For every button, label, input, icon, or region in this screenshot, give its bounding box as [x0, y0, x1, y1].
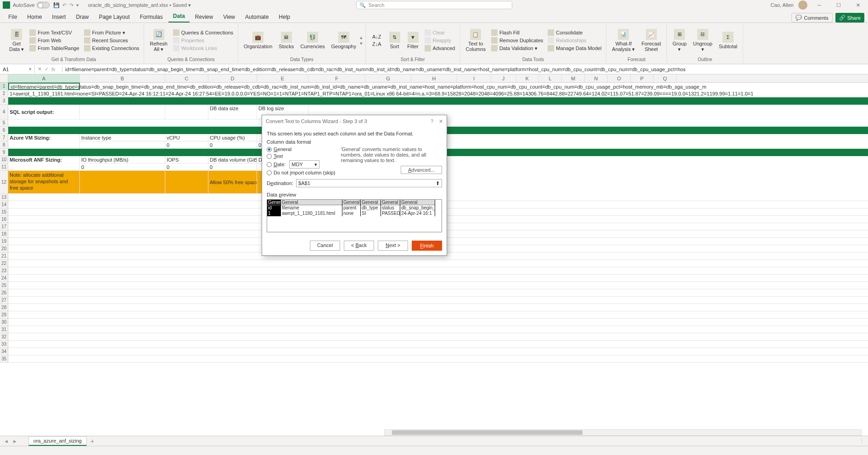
cell-c8[interactable]: 0: [165, 141, 208, 149]
avatar[interactable]: [798, 0, 807, 10]
row-header-31[interactable]: 31: [0, 326, 8, 333]
cell-a1[interactable]: id=filename=parent=db_type=status=db_sna…: [8, 83, 80, 90]
advanced-filter-button[interactable]: Advanced: [423, 45, 457, 52]
fx-icon[interactable]: fx: [51, 67, 56, 72]
radio-general[interactable]: General: [267, 146, 336, 152]
column-header-k[interactable]: K: [516, 74, 539, 82]
back-button[interactable]: < Back: [344, 241, 374, 251]
stocks-button[interactable]: 🏛Stocks: [276, 25, 297, 56]
row-header-26[interactable]: 26: [0, 289, 8, 297]
row-header-17[interactable]: 17: [0, 223, 8, 230]
formula-input[interactable]: id=filename=parent=db_type=status=db_sna…: [62, 66, 868, 73]
from-picture-button[interactable]: From Picture ▾: [82, 29, 141, 36]
row-header-30[interactable]: 30: [0, 319, 8, 326]
close-button[interactable]: ✕: [851, 0, 865, 10]
subtotal-button[interactable]: ΣSubtotal: [716, 25, 740, 56]
tab-automate[interactable]: Automate: [241, 11, 273, 22]
autosave-toggle[interactable]: AutoSave: [13, 2, 50, 8]
column-header-f[interactable]: F: [308, 74, 365, 82]
row-header-14[interactable]: 14: [0, 201, 8, 208]
row-header-33[interactable]: 33: [0, 341, 8, 348]
cell-d8[interactable]: 0: [208, 141, 257, 149]
what-if-button[interactable]: 📊What-If Analysis ▾: [609, 25, 638, 56]
row-header-5[interactable]: 5: [0, 119, 8, 127]
column-header-d[interactable]: D: [208, 74, 257, 82]
row-header-13[interactable]: 13: [0, 194, 8, 201]
datatype-prev-icon[interactable]: ▴: [360, 34, 363, 40]
maximize-button[interactable]: ☐: [831, 0, 846, 10]
sheet-nav-prev-icon[interactable]: ◄: [4, 438, 9, 444]
row-header-35[interactable]: 35: [0, 355, 8, 363]
cell-b10[interactable]: IO throughput (MB/s): [80, 156, 165, 163]
radio-skip[interactable]: Do not import column (skip): [267, 170, 336, 175]
row-header-7[interactable]: 7: [0, 134, 8, 141]
tab-formulas[interactable]: Formulas: [135, 11, 168, 22]
column-header-e[interactable]: E: [257, 74, 308, 82]
row-header-1[interactable]: 1: [0, 83, 8, 90]
filter-button[interactable]: ▼Filter: [404, 25, 422, 56]
tab-insert[interactable]: Insert: [47, 11, 70, 22]
cell-a2[interactable]: 1=awrrpt_1_1180_1181.html=none=SI=PASSED…: [8, 90, 80, 97]
cell-a7[interactable]: Azure VM Sizing:: [8, 134, 80, 141]
column-header-g[interactable]: G: [365, 74, 411, 82]
row-header-3[interactable]: 3: [0, 97, 8, 105]
from-web-button[interactable]: From Web: [28, 37, 81, 44]
row-header-28[interactable]: 28: [0, 304, 8, 311]
consolidate-button[interactable]: Consolidate: [546, 29, 603, 36]
sheet-nav-next-icon[interactable]: ►: [12, 438, 17, 444]
row-header-4[interactable]: 4: [0, 105, 8, 119]
row-header-34[interactable]: 34: [0, 348, 8, 355]
cell-a10[interactable]: Microsoft ANF Sizing:: [8, 156, 80, 163]
get-data-button[interactable]: 🗄Get Data ▾: [6, 25, 27, 56]
manage-data-model-button[interactable]: Manage Data Model: [546, 45, 603, 52]
currencies-button[interactable]: 💱Currencies: [297, 25, 327, 56]
destination-input[interactable]: $A$1⬆: [296, 179, 442, 187]
name-box[interactable]: A1▾: [0, 65, 35, 73]
tab-file[interactable]: File: [4, 11, 22, 22]
dialog-close-icon[interactable]: ✕: [439, 118, 443, 124]
row-header-32[interactable]: 32: [0, 333, 8, 341]
sheet-options-icon[interactable]: ⋮: [859, 438, 864, 444]
column-header-l[interactable]: L: [539, 74, 562, 82]
row-header-23[interactable]: 23: [0, 267, 8, 275]
column-header-b[interactable]: B: [80, 74, 165, 82]
namebox-dropdown-icon[interactable]: ▾: [29, 66, 32, 72]
row-header-16[interactable]: 16: [0, 216, 8, 223]
cell-a12[interactable]: Note: allocate additional storage for sn…: [8, 171, 80, 194]
row-header-12[interactable]: 12: [0, 171, 8, 194]
horizontal-scrollbar[interactable]: [384, 429, 862, 436]
column-header-i[interactable]: I: [457, 74, 491, 82]
row-header-9[interactable]: 9: [0, 149, 8, 156]
document-filename[interactable]: oracle_db_sizing_template_anf.xlsx • Sav…: [88, 2, 191, 8]
finish-button[interactable]: Finish: [412, 241, 442, 251]
column-header-q[interactable]: Q: [654, 74, 677, 82]
cell-d7[interactable]: CPU usage (%): [208, 134, 257, 141]
column-header-m[interactable]: M: [562, 74, 585, 82]
row-header-24[interactable]: 24: [0, 275, 8, 282]
row-header-27[interactable]: 27: [0, 297, 8, 304]
tab-draw[interactable]: Draw: [71, 11, 93, 22]
radio-date[interactable]: Date: MDY▾: [267, 160, 336, 169]
cell-d10[interactable]: DB data volume (GiB): [208, 156, 257, 163]
cell-c11[interactable]: 0: [165, 163, 208, 171]
column-header-j[interactable]: J: [491, 74, 516, 82]
toggle-off-icon[interactable]: [37, 2, 50, 8]
cell-a4[interactable]: SQL script output:: [8, 105, 80, 119]
from-text-csv-button[interactable]: From Text/CSV: [28, 29, 81, 36]
column-header-a[interactable]: A: [8, 74, 80, 82]
datatype-next-icon[interactable]: ▾: [360, 40, 363, 46]
data-validation-button[interactable]: Data Validation ▾: [489, 45, 545, 52]
row-header-11[interactable]: 11: [0, 163, 8, 171]
tab-help[interactable]: Help: [274, 11, 295, 22]
flash-fill-button[interactable]: Flash Fill: [489, 29, 545, 36]
row-header-8[interactable]: 8: [0, 141, 8, 149]
cell-d11[interactable]: 0: [208, 163, 257, 171]
group-button[interactable]: ⊞Group ▾: [670, 25, 689, 56]
cell-b7[interactable]: Instance type: [80, 134, 165, 141]
column-header-h[interactable]: H: [411, 74, 457, 82]
radio-text[interactable]: Text: [267, 153, 336, 159]
tab-view[interactable]: View: [218, 11, 240, 22]
row-header-2[interactable]: 2: [0, 90, 8, 97]
range-selector-icon[interactable]: ⬆: [436, 180, 440, 186]
dialog-titlebar[interactable]: Convert Text to Columns Wizard - Step 3 …: [262, 115, 447, 127]
